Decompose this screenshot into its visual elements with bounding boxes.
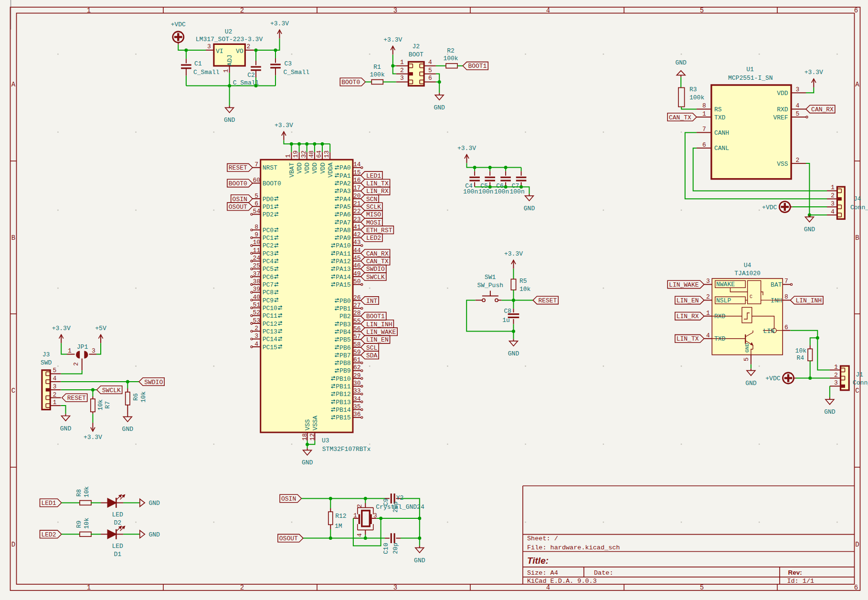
svg-text:JP1: JP1 [77,343,88,351]
svg-text:BOOT: BOOT [409,51,423,58]
svg-text:U2: U2 [225,28,233,35]
svg-text:2: 2 [240,7,244,14]
svg-text:4: 4 [796,102,800,109]
svg-text:100n: 100n [478,188,493,195]
svg-text:10k: 10k [519,286,531,293]
svg-text:LIN_WAKE: LIN_WAKE [669,281,699,289]
svg-text:100k: 100k [689,94,704,101]
svg-text:SCN: SCN [366,196,377,203]
svg-text:Sheet: /: Sheet: / [527,535,558,542]
svg-text:D: D [855,541,859,548]
svg-text:LIN_WAKE: LIN_WAKE [366,329,396,336]
svg-text:4: 4 [254,341,258,348]
svg-text:SW_Push: SW_Push [477,282,503,289]
svg-text:45: 45 [353,255,361,262]
svg-text:28: 28 [353,310,361,317]
svg-text:RXD: RXD [777,106,788,113]
svg-text:15: 15 [353,169,361,176]
svg-text:44: 44 [353,247,361,254]
svg-text:+3.3V: +3.3V [457,145,476,152]
svg-text:40: 40 [253,294,260,301]
svg-text:R7: R7 [105,401,112,409]
svg-text:+VDC: +VDC [171,21,186,28]
svg-text:PB13: PB13 [336,399,350,406]
svg-text:42: 42 [353,231,361,238]
svg-text:PA3: PA3 [339,188,350,195]
svg-text:LED: LED [112,511,123,518]
svg-text:PB3: PB3 [339,321,350,328]
svg-text:3: 3 [706,278,710,285]
svg-text:2: 2 [831,192,835,199]
svg-text:5: 5 [254,193,258,200]
svg-text:6: 6 [854,584,858,591]
svg-text:VSSA: VSSA [312,416,319,430]
svg-text:PB14: PB14 [336,407,350,414]
svg-text:3: 3 [831,200,835,207]
svg-text:6: 6 [254,200,258,207]
svg-text:GND: GND [149,531,160,538]
svg-text:PC1: PC1 [263,235,274,242]
svg-text:PC7: PC7 [263,281,274,289]
svg-text:VDDA: VDDA [327,162,334,177]
svg-text:Conn_01x04: Conn_01x04 [850,204,868,211]
svg-text:35: 35 [353,403,361,410]
svg-text:4: 4 [356,533,363,537]
svg-text:60: 60 [253,177,260,184]
svg-text:PA4: PA4 [339,196,351,203]
svg-text:PC6: PC6 [263,274,274,281]
svg-text:CAN_RX: CAN_RX [811,106,834,113]
svg-text:OSOUT: OSOUT [229,204,247,211]
svg-text:PB1: PB1 [339,305,351,312]
svg-text:GND: GND [745,380,757,387]
svg-text:NWAKE: NWAKE [716,281,735,288]
svg-text:SCLK: SCLK [366,204,381,211]
svg-text:ETH_RST: ETH_RST [366,227,392,234]
svg-text:5: 5 [743,357,750,361]
svg-text:14: 14 [353,161,361,168]
svg-text:PB11: PB11 [336,383,350,390]
svg-text:D: D [11,541,15,548]
svg-text:C: C [855,387,859,395]
svg-text:PA9: PA9 [339,235,350,242]
svg-text:Id: 1/1: Id: 1/1 [787,578,814,585]
svg-text:23: 23 [353,216,361,223]
svg-text:LIN_TX: LIN_TX [366,180,389,187]
svg-text:A: A [855,81,859,88]
svg-text:OSOUT: OSOUT [279,535,298,542]
svg-text:LIN_EN: LIN_EN [677,297,699,304]
svg-text:C2: C2 [247,72,255,79]
svg-text:R8: R8 [75,489,83,497]
svg-text:PA12: PA12 [336,258,350,265]
svg-text:Conn_01x03: Conn_01x03 [853,379,868,386]
svg-text:PA7: PA7 [339,219,350,226]
svg-text:5: 5 [796,110,800,118]
svg-text:GND: GND [744,343,750,353]
svg-text:27: 27 [353,302,361,309]
svg-text:LIN_RX: LIN_RX [366,188,389,195]
svg-text:16: 16 [353,177,361,184]
svg-text:1: 1 [87,584,91,591]
svg-text:PC2: PC2 [263,242,274,249]
svg-text:10k: 10k [140,391,147,403]
svg-text:2: 2 [706,293,710,300]
svg-text:CANH: CANH [714,129,729,137]
svg-text:MCP2551-I_SN: MCP2551-I_SN [728,75,773,82]
svg-text:3: 3 [393,7,397,14]
svg-text:VDD: VDD [296,162,303,174]
svg-text:C: C [11,387,15,395]
svg-text:PA13: PA13 [336,266,350,273]
svg-text:1: 1 [400,59,404,66]
svg-text:TJA1020: TJA1020 [734,270,761,277]
svg-text:3: 3 [393,584,397,591]
svg-text:PA0: PA0 [339,164,350,171]
svg-text:VDD: VDD [312,162,319,174]
svg-text:ADJ: ADJ [226,55,233,66]
svg-text:BOOT0: BOOT0 [341,79,360,86]
svg-text:PB4: PB4 [339,329,351,336]
svg-text:25: 25 [253,262,260,269]
svg-text:8: 8 [254,224,258,231]
svg-text:PC5: PC5 [263,266,274,273]
svg-text:VDD: VDD [319,162,327,174]
svg-text:1u: 1u [502,317,510,324]
svg-text:Size: A4: Size: A4 [527,569,558,577]
